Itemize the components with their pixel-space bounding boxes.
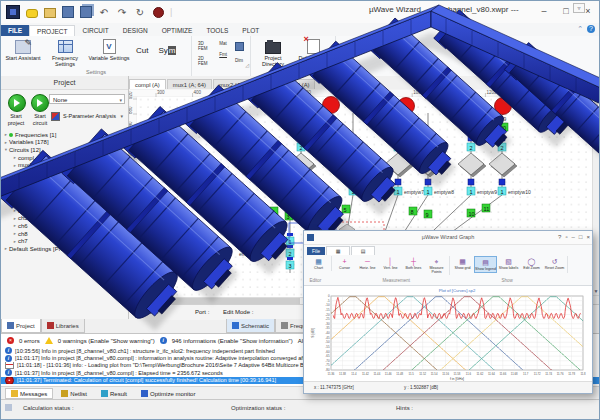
plot-button-show-legend[interactable]: ▤Show legend <box>474 256 497 273</box>
tree-item-circuits[interactable]: ▾Circuits [12] <box>3 146 127 154</box>
open-folder-icon[interactable] <box>44 8 56 18</box>
tab-overflow-button[interactable]: ▿ <box>573 3 585 13</box>
node-square[interactable] <box>298 135 304 141</box>
start-circuit-button[interactable] <box>31 94 49 112</box>
view-tab-schematic[interactable]: Schematic <box>226 319 275 333</box>
ribbon-tab-file[interactable]: FILE <box>1 25 29 36</box>
scroll-up-icon[interactable]: ▲ <box>593 92 599 98</box>
ribbon-tab-project[interactable]: PROJECT <box>29 25 75 36</box>
panel-tab-libraries[interactable]: Libraries <box>41 319 85 333</box>
plot-button-edit-zoom[interactable]: ◯Edit Zoom <box>520 256 543 273</box>
fmt-button[interactable]: Fmt <box>216 51 230 60</box>
start-project-button[interactable] <box>8 94 26 112</box>
plot-button-show-grid[interactable]: ▦Show grid <box>451 256 474 273</box>
dialog-launcher-icon[interactable]: ◿ <box>245 62 249 68</box>
plot-close-button[interactable]: × <box>586 231 590 244</box>
save-all-icon[interactable] <box>80 6 92 18</box>
plot-file-tab[interactable]: File <box>307 247 325 255</box>
tree-item-ch8[interactable]: ▸ch8 <box>3 230 127 238</box>
tree-item-mux2[interactable]: ▸mux2 <box>3 169 127 177</box>
plot-button-horiz-line[interactable]: ─Horiz. line <box>356 256 379 275</box>
plot-maximize-button[interactable]: □ <box>579 231 583 244</box>
save-small-icon[interactable] <box>235 42 244 51</box>
pin-icon[interactable]: ⌃ <box>577 25 583 33</box>
tree-item-ch6[interactable]: ▸ch6 <box>3 222 127 230</box>
port-symbol[interactable] <box>465 98 482 115</box>
port-symbol[interactable] <box>323 97 340 114</box>
ribbon-tab-optimize[interactable]: OPTIMIZE <box>155 25 200 36</box>
plot-button-vert-line[interactable]: │Vert. line <box>379 256 402 275</box>
minimize-button[interactable]: – <box>533 1 555 21</box>
tree-item-compl[interactable]: ▸compl <box>3 154 127 162</box>
plot-button-both-lines[interactable]: ┼Both lines <box>402 256 425 275</box>
plot-button-reset-zoom[interactable]: ↺Reset Zoom <box>543 256 566 273</box>
plot-window-titlebar[interactable]: µWave Wizard Graph ? ▫ – □ × <box>304 231 592 245</box>
plot-button-measure-points[interactable]: ⌖Measure Points <box>425 256 448 275</box>
plot-minimize-button[interactable]: – <box>572 231 575 244</box>
redo-icon[interactable]: ↷ <box>116 6 128 18</box>
panel-tab-project[interactable]: Project <box>1 319 41 333</box>
warnings-toggle[interactable]: 0 warnings (Enable "Show warning") <box>58 338 155 344</box>
circuit-tab-ch4[interactable]: ch4 (A) <box>285 79 316 89</box>
app-icon[interactable] <box>6 5 20 19</box>
infos-toggle[interactable]: 946 informations (Enable "Show informati… <box>172 338 293 344</box>
plot-button-chart[interactable]: ▦Chart <box>307 256 330 271</box>
messages-tab-optimize-monitor[interactable]: Optimize monitor <box>135 388 201 399</box>
help-icon[interactable]: ? <box>587 25 595 33</box>
tree-item-ch5[interactable]: ▸ch5 <box>3 215 127 223</box>
node-square[interactable] <box>350 135 356 141</box>
node-square[interactable] <box>425 135 431 141</box>
plot-button-show-labels[interactable]: ▧Show labels <box>497 256 520 273</box>
ribbon-tab-circuit[interactable]: CIRCUIT <box>75 25 115 36</box>
plot-window[interactable]: µWave Wizard Graph ? ▫ – □ × File ▦ ▤ ▦C… <box>303 230 593 394</box>
variable-settings-button[interactable]: V Variable Settings <box>88 38 130 61</box>
port-symbol[interactable] <box>398 98 415 115</box>
circuit-tab-mux2[interactable]: mux2 (A) <box>213 79 249 89</box>
tree-item-ch7[interactable]: ▸ch7 <box>3 237 127 245</box>
ribbon-tab-plot[interactable]: PLOT <box>235 25 266 36</box>
cut-button[interactable]: Cut <box>132 38 152 55</box>
tree-item-variables[interactable]: ▸Variables [178] <box>3 139 127 147</box>
node-square[interactable] <box>395 135 401 141</box>
save-icon[interactable] <box>62 6 74 18</box>
messages-tab-messages[interactable]: Messages <box>5 388 53 399</box>
start-assistant-button[interactable]: Start Assistant <box>4 38 42 61</box>
vscroll-thumb[interactable] <box>594 101 598 129</box>
undo-icon[interactable]: ↶ <box>98 6 110 18</box>
chart-tab-icon[interactable]: ▦ <box>326 246 350 255</box>
messages-tab-netlist[interactable]: Netlist <box>55 388 93 399</box>
fem-3d-button[interactable]: 3D FEM <box>195 40 214 53</box>
analysis-none-dropdown[interactable]: None▾ <box>49 94 125 104</box>
sym-button[interactable]: Sym <box>154 38 180 55</box>
tree-item-mux1[interactable]: ▸mux1 <box>3 161 127 169</box>
circuit-tab-compl[interactable]: compl (A) <box>129 79 166 89</box>
record-icon[interactable] <box>153 7 164 18</box>
fem-2d-button[interactable]: 2D FEM <box>195 55 214 68</box>
frequency-settings-button[interactable]: Frequency Settings <box>44 38 86 68</box>
key-icon[interactable] <box>26 9 38 18</box>
canvas-vscrollbar[interactable]: ▲ ▼ <box>592 90 600 296</box>
plot-button-cursor[interactable]: +Cursor <box>333 256 356 275</box>
tree-item-ch4[interactable]: ▸ch4 <box>3 207 127 215</box>
circuit-tab-f_top[interactable]: f_top (A) <box>250 79 284 89</box>
tree-item-frequencies[interactable]: ▸Frequencies [1] <box>3 131 127 139</box>
node-square[interactable] <box>499 135 505 141</box>
project-directory-button[interactable]: Project Directory <box>254 38 292 68</box>
ruler-v-label: 600 <box>129 211 133 219</box>
refresh-icon[interactable]: ↻ <box>134 6 146 18</box>
circuit-tab-mux1[interactable]: mux1 (A; 64) <box>167 79 212 89</box>
plot-pin-icon[interactable]: ▫ <box>565 231 567 244</box>
s-parameter-dropdown[interactable]: S-Parameter Analysis▾ <box>60 111 125 121</box>
delete-files-button[interactable]: Delete Files <box>294 38 332 61</box>
node-square[interactable] <box>468 135 474 141</box>
plot-help-icon[interactable]: ? <box>558 231 561 244</box>
port-symbol[interactable] <box>282 97 299 114</box>
tools-tab-icon[interactable]: ▤ <box>351 246 375 255</box>
port-symbol[interactable] <box>495 98 512 115</box>
messages-tab-result[interactable]: Result <box>95 388 133 399</box>
ribbon-tab-tools[interactable]: TOOLS <box>199 25 235 36</box>
ribbon-tab-design[interactable]: DESIGN <box>116 25 155 36</box>
mat-button[interactable]: Mat <box>216 40 230 49</box>
scroll-down-icon[interactable]: ▼ <box>593 288 599 294</box>
tree-item-default[interactable]: ▸Default Settings [Project] <box>3 245 127 253</box>
